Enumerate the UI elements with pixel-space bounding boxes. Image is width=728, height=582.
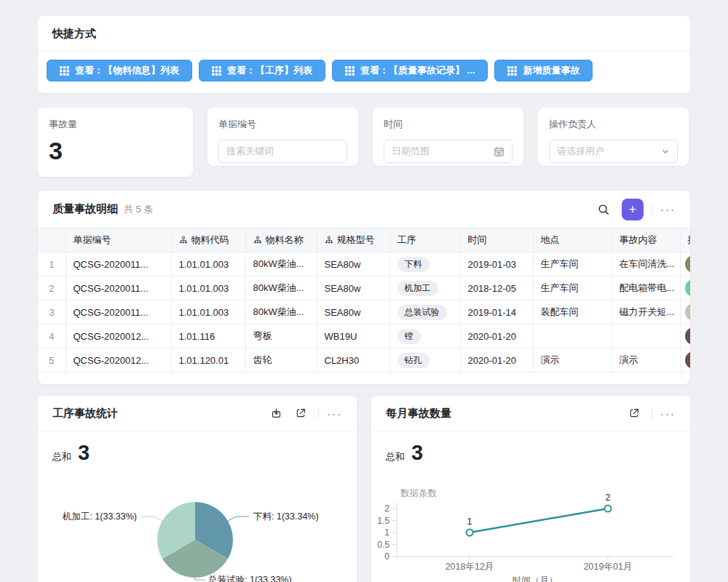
- table-clip: 单据编号物料代码物料名称规格型号工序时间地点事故内容操作负责人 1QCSG-20…: [38, 228, 690, 372]
- accident-table-header: 质量事故明细 共 5 条 + ···: [38, 191, 690, 228]
- doc-number-search-input[interactable]: 搜索关键词: [218, 140, 347, 163]
- open-external-icon[interactable]: [625, 404, 644, 423]
- column-header-2[interactable]: 物料代码: [171, 228, 245, 252]
- doc-number-cell: QCSG-2020012...: [66, 348, 171, 372]
- shortcuts-card: 快捷方式 查看：【物料信息】列表查看：【工序】列表查看：【质量事故记录】 ...…: [38, 16, 690, 93]
- process-tag: 镗: [397, 329, 421, 344]
- column-header-3[interactable]: 物料名称: [245, 228, 317, 252]
- process-cell: 钻孔: [389, 348, 460, 372]
- x-tick-label: 2019年01月: [584, 562, 633, 572]
- calendar-icon[interactable]: [494, 146, 505, 157]
- y-axis-title: 数据条数: [400, 488, 438, 498]
- material-name-cell: 80kW柴油...: [245, 252, 317, 276]
- avatar: [685, 351, 691, 369]
- column-header-rownum: [38, 228, 66, 252]
- more-icon[interactable]: ···: [660, 204, 676, 215]
- pie-slice-label: 机加工: 1(33.33%): [62, 511, 137, 522]
- material-code-cell: 1.01.116: [171, 324, 245, 348]
- material-name-cell: 80kW柴油...: [245, 300, 317, 324]
- avatar: [685, 279, 691, 297]
- pie-card-header: 工序事故统计 ···: [38, 396, 357, 431]
- row-number: 1: [38, 252, 66, 276]
- data-point[interactable]: [467, 530, 473, 536]
- time-filter-card: 时间 日期范围: [373, 108, 523, 166]
- charts-row: 工序事故统计 ··· 总和: [38, 396, 690, 582]
- date-cell: 2020-01-20: [460, 324, 533, 348]
- place-cell: 生产车间: [533, 252, 612, 276]
- process-cell: 总装试验: [389, 300, 460, 324]
- content-cell: 演示: [612, 348, 680, 372]
- more-icon[interactable]: ···: [327, 408, 342, 419]
- download-icon[interactable]: [266, 404, 285, 423]
- data-point[interactable]: [605, 506, 612, 512]
- shortcut-button-1[interactable]: 查看：【物料信息】列表: [47, 60, 192, 81]
- table-row[interactable]: 2QCSG-2020011...1.01.01.00380kW柴油...SEA8…: [38, 276, 690, 300]
- accident-count-label: 事故量: [49, 118, 182, 131]
- add-record-button[interactable]: +: [622, 199, 644, 220]
- material-code-cell: 1.01.01.003: [171, 276, 245, 300]
- column-label: 时间: [468, 234, 487, 245]
- pie-slice-label: 总装试验: 1(33.33%): [207, 575, 292, 582]
- grid-icon: [345, 66, 355, 76]
- column-header-4[interactable]: 规格型号: [317, 228, 389, 252]
- shortcut-buttons: 查看：【物料信息】列表查看：【工序】列表查看：【质量事故记录】 ...新增质量事…: [38, 52, 690, 89]
- search-icon[interactable]: [594, 200, 613, 219]
- material-code-cell: 1.01.120.01: [171, 348, 245, 372]
- column-header-5[interactable]: 工序: [389, 228, 460, 252]
- material-name-cell: 弯板: [245, 324, 317, 348]
- row-number: 4: [38, 324, 66, 348]
- accident-table-title: 质量事故明细: [52, 202, 118, 216]
- line-card-header: 每月事故数量 ···: [371, 396, 690, 431]
- filter-row: 事故量 3 单据编号 搜索关键词 时间 日期范围: [38, 108, 690, 177]
- pie-card-title: 工序事故统计: [52, 407, 118, 420]
- accident-table-card: 质量事故明细 共 5 条 + ··· 单据编号物料代码物料名称规格型号工序时间地…: [38, 191, 690, 384]
- table-row[interactable]: 1QCSG-2020011...1.01.01.00380kW柴油...SEA8…: [38, 252, 690, 276]
- process-tag: 下料: [397, 257, 430, 272]
- date-range-input[interactable]: 日期范围: [384, 140, 513, 163]
- accident-table: 单据编号物料代码物料名称规格型号工序时间地点事故内容操作负责人 1QCSG-20…: [38, 228, 690, 372]
- data-point-label: 1: [467, 517, 472, 527]
- column-header-6[interactable]: 时间: [460, 228, 533, 252]
- doc-number-placeholder: 搜索关键词: [226, 145, 274, 158]
- shortcut-button-4[interactable]: 新增质量事故: [494, 60, 593, 81]
- row-number: 3: [38, 300, 66, 324]
- open-external-icon[interactable]: [291, 404, 310, 423]
- process-cell: 机加工: [389, 276, 460, 300]
- table-row[interactable]: 5QCSG-2020012...1.01.120.01齿轮CL2H30钻孔202…: [38, 348, 690, 372]
- row-number: 2: [38, 276, 66, 300]
- column-header-1[interactable]: 单据编号: [66, 228, 171, 252]
- pie-total-label: 总和: [52, 450, 71, 463]
- shortcut-button-label: 查看：【质量事故记录】 ...: [360, 64, 475, 77]
- doc-number-cell: QCSG-2020011...: [66, 252, 171, 276]
- date-cell: 2019-01-03: [460, 252, 533, 276]
- spec-cell: SEA80w: [317, 252, 389, 276]
- pie-total-value: 3: [78, 442, 90, 463]
- pie-total-row: 总和 3: [38, 431, 357, 463]
- operator-filter-card: 操作负责人 请选择用户: [538, 108, 689, 166]
- spec-cell: SEA80w: [317, 276, 389, 300]
- column-header-9[interactable]: 操作负责人: [680, 228, 690, 252]
- x-axis-title: 时间（月）: [513, 575, 558, 582]
- monthly-line-card: 每月事故数量 ··· 总和 3 数据条数00.511.522018年12月120…: [371, 396, 690, 582]
- material-code-cell: 1.01.01.003: [171, 300, 245, 324]
- process-tag: 钻孔: [397, 353, 430, 368]
- table-row[interactable]: 4QCSG-2020012...1.01.116弯板WB19U镗2020-01-…: [38, 324, 690, 348]
- place-cell: 装配车间: [533, 300, 612, 324]
- column-label: 事故内容: [620, 234, 657, 245]
- table-row[interactable]: 3QCSG-2020011...1.01.01.00380kW柴油...SEA8…: [38, 300, 690, 324]
- spec-cell: CL2H30: [317, 348, 389, 372]
- column-header-7[interactable]: 地点: [533, 228, 612, 252]
- shortcut-button-label: 新增质量事故: [523, 64, 579, 77]
- column-label: 物料名称: [266, 234, 304, 245]
- operator-select[interactable]: 请选择用户: [549, 140, 678, 163]
- more-icon[interactable]: ···: [660, 408, 676, 419]
- process-cell: 下料: [389, 252, 460, 276]
- accident-head-row: 单据编号物料代码物料名称规格型号工序时间地点事故内容操作负责人: [38, 228, 690, 252]
- line-card-title: 每月事故数量: [386, 407, 451, 420]
- shortcut-button-2[interactable]: 查看：【工序】列表: [199, 60, 325, 81]
- shortcut-button-3[interactable]: 查看：【质量事故记录】 ...: [332, 60, 488, 81]
- column-header-8[interactable]: 事故内容: [612, 228, 680, 252]
- chevron-down-icon: [661, 147, 670, 156]
- grid-icon: [212, 66, 221, 76]
- divider: [652, 408, 652, 418]
